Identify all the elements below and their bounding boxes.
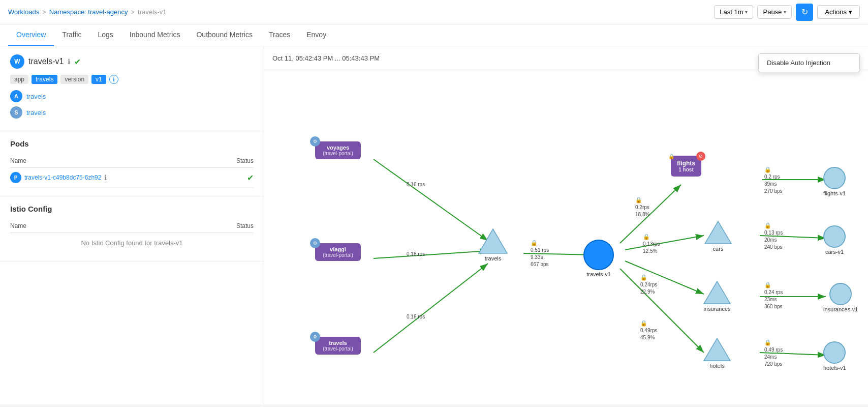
- workload-info: W travels-v1 ℹ ✔ app travels version v1 …: [0, 46, 264, 131]
- breadcrumb-sep1: >: [42, 8, 46, 16]
- service-link[interactable]: travels: [26, 109, 46, 117]
- edge-tv1-cars: 🔒 0.13rps 12.5%: [643, 233, 660, 255]
- tabs-bar: Overview Traffic Logs Inbound Metrics Ou…: [0, 24, 868, 46]
- hotels-node-label: hotels: [709, 363, 724, 369]
- tag-travels: travels: [32, 75, 57, 84]
- pod-status-icon: ✔: [247, 173, 254, 183]
- svg-marker-16: [704, 338, 730, 361]
- tab-logs[interactable]: Logs: [89, 24, 121, 46]
- istio-name-col: Name: [10, 222, 26, 229]
- tab-outbound-metrics[interactable]: Outbound Metrics: [188, 24, 261, 46]
- edge-travelsp-travels: 0.18 rps: [407, 313, 425, 321]
- viaggi-node[interactable]: ⚙ viaggi (travel-portal): [315, 243, 361, 261]
- actions-arrow-icon: ▾: [849, 8, 852, 16]
- tag-version: version: [60, 75, 88, 84]
- pods-section: Pods Name Status P travels-v1-c49b8dc75-…: [0, 131, 264, 196]
- breadcrumb-current: travels-v1: [138, 8, 166, 16]
- edge-ins-insv1: 🔒 0.24 rps 23ms 360 bps: [764, 281, 783, 310]
- insurances-v1-circle: [829, 283, 852, 305]
- breadcrumb: Workloads > Namespace: travel-agency > t…: [8, 8, 166, 16]
- topbar-right: Last 1m ▾ Pause ▾ ↻ Actions ▾: [714, 4, 860, 21]
- disable-auto-injection-item[interactable]: Disable Auto Injection: [759, 54, 859, 72]
- workload-header: W travels-v1 ℹ ✔: [10, 54, 254, 69]
- pods-name-col: Name: [10, 157, 26, 164]
- time-range-selector[interactable]: Last 1m ▾: [714, 5, 753, 19]
- tab-overview[interactable]: Overview: [8, 24, 54, 46]
- tab-traffic[interactable]: Traffic: [54, 24, 89, 46]
- istio-table-header: Name Status: [10, 219, 254, 233]
- app-link[interactable]: travels: [26, 93, 46, 100]
- workload-tags: app travels version v1 ℹ: [10, 75, 254, 84]
- edge-viaggi-travels: 0.18 rps: [407, 251, 425, 258]
- refresh-button[interactable]: ↻: [796, 4, 813, 21]
- cars-v1-circle: [823, 225, 846, 248]
- app-type-badge: A: [10, 90, 22, 102]
- svg-line-2: [374, 251, 488, 258]
- insurances-v1-node[interactable]: insurances-v1: [823, 283, 858, 312]
- travels-v1-node[interactable]: travels-v1: [583, 240, 614, 277]
- cars-v1-node[interactable]: cars-v1: [823, 225, 846, 255]
- pod-type-badge: P: [10, 172, 21, 183]
- hotels-v1-node[interactable]: hotels-v1: [823, 341, 846, 371]
- pod-row: P travels-v1-c49b8dc75-6zh92 ℹ ✔: [10, 168, 254, 188]
- workload-name: travels-v1: [28, 57, 64, 66]
- pods-status-col: Status: [236, 157, 254, 164]
- graph-time-range: Oct 11, 05:42:43 PM ... 05:43:43 PM: [272, 54, 380, 62]
- actions-button[interactable]: Actions ▾: [817, 5, 860, 19]
- service-type-badge: S: [10, 106, 22, 119]
- pause-arrow-icon: ▾: [784, 9, 786, 15]
- flights-v1-circle: [823, 167, 846, 189]
- edge-tv1-flights: 🔒 0.2rps 18.8%: [635, 196, 649, 218]
- topbar: Workloads > Namespace: travel-agency > t…: [0, 0, 868, 24]
- svg-line-3: [374, 264, 488, 353]
- viaggi-label: viaggi (travel-portal): [315, 243, 361, 261]
- insurances-node-label: insurances: [703, 306, 730, 312]
- workload-status-icon: ✔: [74, 57, 81, 67]
- breadcrumb-workloads[interactable]: Workloads: [8, 8, 39, 16]
- edge-hotels-hotelsv1: 🔒 0.49 rps 24ms 720 bps: [764, 339, 783, 368]
- travels-node-label: travels: [485, 255, 501, 261]
- svg-marker-15: [704, 281, 730, 304]
- time-range-arrow-icon: ▾: [745, 9, 748, 15]
- hotels-node[interactable]: hotels: [703, 337, 731, 369]
- cars-node[interactable]: cars: [704, 220, 732, 252]
- pods-title: Pods: [10, 139, 254, 148]
- travels-portal-node[interactable]: ⚙ travels (travel-portal): [315, 337, 361, 355]
- pause-button[interactable]: Pause ▾: [757, 5, 792, 19]
- cars-node-label: cars: [713, 246, 724, 252]
- voyages-label: voyages (travel-portal): [315, 141, 361, 159]
- hotels-v1-label: hotels-v1: [823, 365, 846, 371]
- cars-v1-label: cars-v1: [825, 249, 844, 255]
- travels-triangle-node[interactable]: travels: [478, 228, 508, 261]
- tab-inbound-metrics[interactable]: Inbound Metrics: [121, 24, 189, 46]
- flights-node[interactable]: 🔒 ⊘ flights 1 host: [671, 156, 701, 177]
- flights-v1-node[interactable]: flights-v1: [823, 167, 846, 196]
- voyages-node[interactable]: ⚙ voyages (travel-portal): [315, 141, 361, 159]
- pod-link[interactable]: travels-v1-c49b8dc75-6zh92: [24, 174, 101, 181]
- svg-marker-13: [479, 229, 507, 253]
- edge-tv1-insurances: 🔒 0.24rps 22.9%: [640, 274, 657, 296]
- insurances-v1-label: insurances-v1: [823, 306, 858, 312]
- travels-v1-circle: [583, 240, 614, 270]
- istio-config-title: Istio Config: [10, 205, 254, 213]
- edge-voyages-travels: 0.16 rps: [407, 181, 425, 188]
- insurances-node[interactable]: insurances: [703, 280, 731, 312]
- tab-envoy[interactable]: Envoy: [298, 24, 334, 46]
- workload-info-icon[interactable]: ℹ: [68, 57, 70, 66]
- service-row: S travels: [10, 106, 254, 119]
- travels-v1-label: travels-v1: [586, 271, 611, 277]
- tab-traces[interactable]: Traces: [261, 24, 298, 46]
- hotels-v1-circle: [823, 341, 846, 364]
- svg-line-7: [625, 261, 704, 294]
- istio-config-section: Istio Config Name Status No Istio Config…: [0, 196, 264, 261]
- edge-cars-carsv1: 🔒 0.13 rps 20ms 240 bps: [764, 222, 783, 251]
- tags-info-icon[interactable]: ℹ: [109, 75, 118, 84]
- tag-v1: v1: [91, 75, 106, 84]
- edge-flights-flightsv1: 🔒 0.2 rps 39ms 270 bps: [764, 166, 783, 195]
- pod-info-icon[interactable]: ℹ: [104, 173, 107, 182]
- app-row: A travels: [10, 90, 254, 102]
- svg-marker-14: [705, 221, 731, 244]
- actions-dropdown: Disable Auto Injection: [758, 53, 860, 72]
- tag-app: app: [10, 75, 28, 84]
- breadcrumb-namespace[interactable]: Namespace: travel-agency: [49, 8, 128, 16]
